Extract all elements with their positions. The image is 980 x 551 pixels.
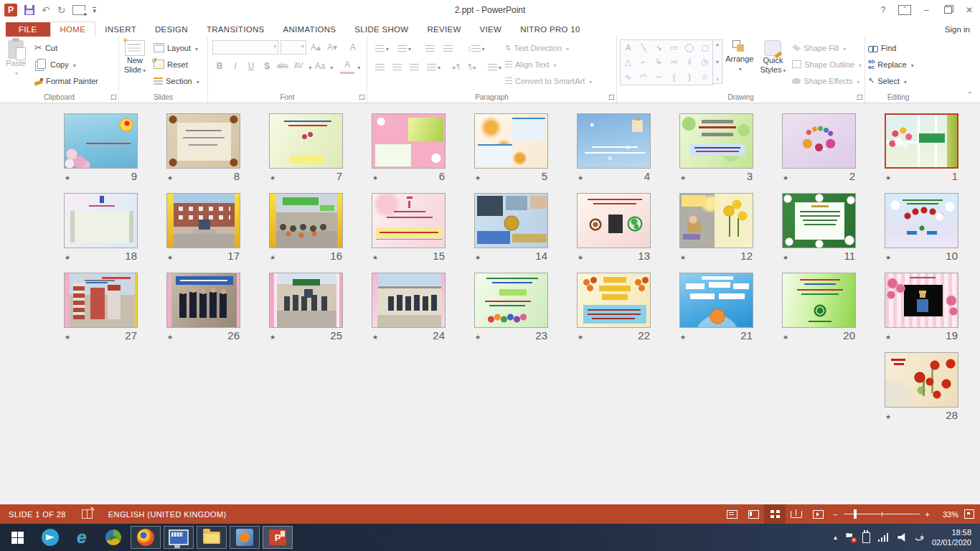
format-painter-button[interactable]: Format Painter	[32, 72, 101, 89]
fit-slide-to-window-icon[interactable]	[964, 509, 974, 519]
tab-transitions[interactable]: TRANSITIONS	[197, 22, 274, 37]
spell-check-icon[interactable]	[82, 509, 93, 519]
taskbar-remote-desktop[interactable]	[164, 526, 194, 549]
shape-left-brace[interactable]: {	[673, 73, 676, 81]
shape-star[interactable]: ☆	[701, 73, 708, 81]
replace-button[interactable]: abacReplace	[865, 56, 917, 72]
right-to-left-button[interactable]: ¶◂	[466, 60, 477, 74]
slide-9-thumbnail[interactable]	[64, 113, 138, 169]
shape-scribble[interactable]: ∿	[625, 73, 631, 81]
shape-down-arrow[interactable]: ⇩	[686, 58, 692, 66]
hidden-icons-chevron[interactable]: ▲	[833, 534, 839, 541]
bold-button[interactable]: B	[212, 59, 227, 73]
sign-in-link[interactable]: Sign in	[945, 25, 970, 37]
shape-elbow-connector[interactable]: ⌐	[641, 58, 646, 66]
justify-button[interactable]	[425, 60, 443, 74]
reset-button[interactable]: Reset	[151, 56, 202, 72]
zoom-out-button[interactable]: −	[833, 510, 837, 519]
shape-arrow[interactable]: ↘	[656, 44, 662, 52]
redo-icon[interactable]: ↻	[57, 5, 66, 15]
slide-25-thumbnail[interactable]	[269, 273, 343, 328]
align-right-button[interactable]	[407, 60, 421, 74]
volume-icon[interactable]	[897, 533, 907, 542]
shape-right-brace[interactable]: }	[688, 73, 691, 81]
ribbon-display-options-button[interactable]: ⌃	[894, 0, 915, 20]
slide-6-thumbnail[interactable]	[372, 113, 446, 169]
shape-triangle[interactable]: △	[625, 58, 631, 66]
shape-line[interactable]: ╲	[641, 44, 646, 52]
shape-gallery-scrollbar[interactable]: ▲ ▼ ≡	[713, 39, 722, 84]
shape-scroll-up-icon[interactable]: ▲	[715, 42, 720, 47]
shrink-font-button[interactable]: A▾	[325, 40, 339, 55]
line-spacing-button[interactable]: ↕	[465, 41, 487, 55]
close-button[interactable]: ✕	[958, 0, 980, 20]
slide-10-thumbnail[interactable]	[885, 193, 958, 248]
slide-sorter-view-button[interactable]	[764, 504, 786, 524]
copy-button[interactable]: Copy	[32, 56, 101, 72]
strikethrough-button[interactable]: abc	[275, 59, 290, 73]
slide-8-thumbnail[interactable]	[166, 113, 240, 169]
slide-2-thumbnail[interactable]	[782, 113, 856, 169]
shape-fill-button[interactable]: Shape Fill	[789, 39, 864, 56]
slide-21-thumbnail[interactable]	[679, 273, 753, 328]
power-battery-icon[interactable]	[862, 532, 870, 543]
slide-19-thumbnail[interactable]	[885, 273, 958, 328]
slide-14-thumbnail[interactable]	[474, 193, 548, 248]
new-slide-button[interactable]: New Slide	[119, 38, 151, 90]
bullets-button[interactable]	[373, 41, 391, 55]
tab-design[interactable]: DESIGN	[146, 22, 197, 37]
shape-gallery-more-icon[interactable]: ≡	[716, 77, 719, 82]
taskbar-telegram[interactable]	[34, 524, 66, 551]
convert-to-smartart-button[interactable]: Convert to SmartArt	[502, 72, 595, 89]
taskbar-powerpoint-active[interactable]: P	[263, 526, 293, 549]
character-spacing-button[interactable]: AV	[291, 59, 306, 73]
restore-button[interactable]	[937, 0, 958, 20]
slide-11-thumbnail[interactable]	[782, 193, 856, 248]
slide-18-thumbnail[interactable]	[64, 193, 138, 248]
numbering-button[interactable]	[395, 41, 413, 55]
slide-24-thumbnail[interactable]	[372, 273, 446, 328]
shape-scroll-down-icon[interactable]: ▼	[715, 60, 720, 65]
shape-elbow-arrow[interactable]: ↳	[656, 58, 662, 66]
select-button[interactable]: ↖Select	[865, 72, 917, 89]
taskbar-internet-explorer[interactable]: e	[66, 524, 98, 551]
italic-button[interactable]: I	[228, 59, 242, 73]
start-from-beginning-icon[interactable]	[72, 5, 85, 15]
shape-rectangle[interactable]: ▭	[670, 44, 677, 52]
align-center-button[interactable]	[390, 60, 404, 74]
taskbar-download-manager[interactable]	[98, 524, 129, 551]
shape-oval[interactable]: ◯	[685, 44, 694, 52]
decrease-indent-button[interactable]	[423, 41, 437, 55]
slide-17-thumbnail[interactable]	[166, 193, 240, 248]
quick-styles-button[interactable]: Quick Styles	[757, 38, 790, 90]
section-button[interactable]: Section	[151, 72, 202, 89]
shape-outline-button[interactable]: Shape Outline	[789, 56, 864, 72]
slide-7-thumbnail[interactable]	[269, 113, 343, 169]
zoom-slider-thumb[interactable]	[854, 509, 857, 519]
slide-1-thumbnail[interactable]	[885, 113, 958, 169]
text-direction-button[interactable]: ⇅Text Direction	[502, 39, 595, 56]
font-size-combo[interactable]	[281, 40, 306, 55]
underline-button[interactable]: U	[244, 59, 258, 73]
slide-26-thumbnail[interactable]	[166, 273, 240, 328]
slide-5-thumbnail[interactable]	[474, 113, 548, 169]
minimize-button[interactable]: –	[915, 0, 937, 20]
text-shadow-button[interactable]: S	[260, 59, 274, 73]
paragraph-dialog-launcher[interactable]	[608, 94, 614, 100]
start-button[interactable]	[0, 524, 34, 551]
slide-28-thumbnail[interactable]	[885, 352, 958, 408]
clock[interactable]: 18:58 02/01/2020	[932, 527, 971, 547]
notes-button[interactable]	[721, 504, 743, 524]
shape-pie[interactable]: ◷	[702, 58, 709, 66]
slide-16-thumbnail[interactable]	[269, 193, 343, 248]
left-to-right-button[interactable]: ▸¶	[451, 60, 462, 74]
shape-curve[interactable]: ∼	[656, 73, 662, 81]
collapse-ribbon-icon[interactable]: ⌃	[967, 90, 973, 98]
slide-12-thumbnail[interactable]	[679, 193, 753, 248]
align-text-button[interactable]: Align Text	[502, 56, 595, 72]
tab-insert[interactable]: INSERT	[95, 22, 146, 37]
arrange-button[interactable]: Arrange	[722, 38, 757, 90]
powerpoint-logo-icon[interactable]: P	[4, 4, 17, 17]
customize-qat-icon[interactable]: ▾	[93, 7, 96, 14]
help-button[interactable]: ?	[872, 0, 894, 20]
